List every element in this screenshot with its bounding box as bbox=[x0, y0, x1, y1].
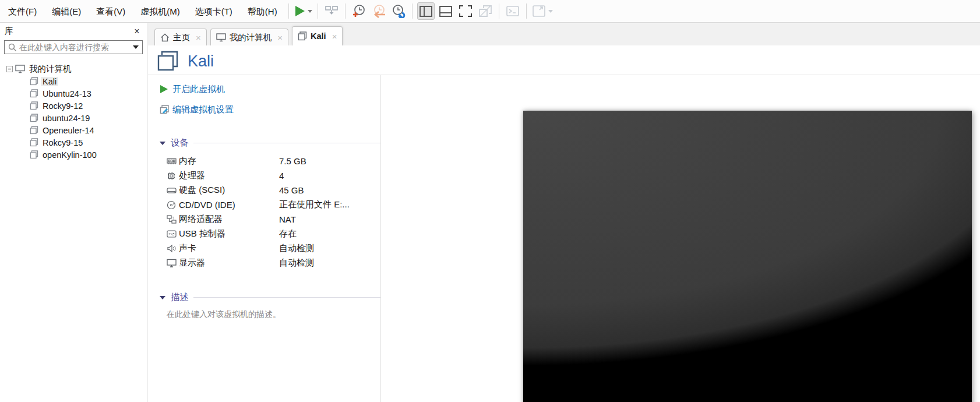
vm-title: Kali bbox=[188, 52, 214, 70]
device-value: 7.5 GB bbox=[279, 156, 306, 166]
take-snapshot-button[interactable] bbox=[350, 2, 368, 20]
tree-node-vm[interactable]: Rokcy9-15 bbox=[0, 136, 147, 149]
device-label: CD/DVD (IDE) bbox=[179, 200, 279, 210]
tree-node-vm[interactable]: ubuntu24-19 bbox=[0, 112, 147, 124]
tree-node-vm[interactable]: Ubuntu24-13 bbox=[0, 87, 147, 100]
device-label: 声卡 bbox=[179, 243, 279, 254]
description-section-title[interactable]: 描述 bbox=[171, 291, 189, 304]
device-row-sound-card[interactable]: 声卡 自动检测 bbox=[160, 241, 381, 256]
tab-close-icon[interactable]: × bbox=[196, 33, 201, 43]
device-row-hard-disk[interactable]: 硬盘 (SCSI) 45 GB bbox=[160, 183, 381, 198]
library-close-icon[interactable]: × bbox=[132, 26, 142, 37]
collapse-caret-icon[interactable] bbox=[160, 142, 165, 145]
toolbar-separator bbox=[499, 3, 499, 19]
snapshot-manager-button[interactable] bbox=[390, 2, 407, 20]
tree-node-label[interactable]: openKylin-100 bbox=[41, 150, 98, 160]
power-on-vm-label[interactable]: 开启此虚拟机 bbox=[172, 84, 225, 95]
edit-vm-settings-label[interactable]: 编辑虚拟机设置 bbox=[172, 104, 234, 115]
power-dropdown-caret-icon[interactable] bbox=[308, 10, 312, 13]
menu-tabs[interactable]: 选项卡(T) bbox=[188, 0, 240, 23]
device-row-cd-dvd[interactable]: CD/DVD (IDE) 正在使用文件 E:... bbox=[160, 198, 381, 212]
device-value: 自动检测 bbox=[279, 258, 314, 269]
search-dropdown-caret-icon[interactable] bbox=[133, 45, 139, 49]
device-label: 显示器 bbox=[179, 258, 279, 269]
menu-help[interactable]: 帮助(H) bbox=[240, 0, 285, 23]
fit-guest-button bbox=[531, 2, 554, 20]
library-search-input[interactable] bbox=[19, 43, 133, 52]
tree-node-vm[interactable]: Openeuler-14 bbox=[0, 124, 147, 136]
menu-file[interactable]: 文件(F) bbox=[0, 0, 44, 23]
tab-label: 主页 bbox=[173, 32, 190, 43]
edit-vm-settings-link[interactable]: 编辑虚拟机设置 bbox=[160, 103, 381, 116]
toolbar-separator bbox=[412, 3, 413, 19]
main-area: 主页 × 我的计算机 × Kali × bbox=[148, 23, 980, 402]
send-ctrl-alt-del-icon bbox=[325, 5, 339, 17]
menu-bar: 文件(F) 编辑(E) 查看(V) 虚拟机(M) 选项卡(T) 帮助(H) bbox=[0, 0, 980, 23]
tree-node-label[interactable]: ubuntu24-19 bbox=[41, 114, 91, 123]
snapshot-manager-icon bbox=[391, 4, 406, 18]
vm-icon bbox=[30, 89, 38, 98]
collapse-caret-icon[interactable] bbox=[160, 296, 165, 299]
description-placeholder[interactable]: 在此处键入对该虚拟机的描述。 bbox=[160, 309, 381, 320]
revert-snapshot-icon bbox=[371, 4, 386, 18]
toolbar-separator bbox=[318, 3, 318, 19]
device-row-display[interactable]: 显示器 自动检测 bbox=[160, 256, 381, 270]
device-value: 4 bbox=[279, 171, 284, 181]
console-button bbox=[504, 2, 521, 20]
library-tree: 我的计算机 Kali Ubuntu24-13 bbox=[0, 58, 147, 161]
tree-node-vm[interactable]: Kali bbox=[0, 75, 147, 87]
tree-node-label[interactable]: Openeuler-14 bbox=[41, 126, 96, 135]
tab-close-icon[interactable]: × bbox=[277, 33, 283, 43]
device-row-processors[interactable]: 处理器 4 bbox=[160, 168, 381, 183]
toolbar-separator bbox=[526, 3, 527, 19]
tree-collapse-icon[interactable] bbox=[6, 66, 13, 72]
play-icon bbox=[160, 84, 172, 94]
tree-node-my-computer[interactable]: 我的计算机 bbox=[0, 63, 147, 75]
vm-icon bbox=[30, 126, 38, 135]
toolbar-separator bbox=[345, 3, 346, 19]
device-label: 硬盘 (SCSI) bbox=[179, 185, 279, 196]
devices-section-title[interactable]: 设备 bbox=[171, 137, 189, 149]
library-panel-icon bbox=[419, 5, 433, 17]
power-on-vm-link[interactable]: 开启此虚拟机 bbox=[160, 83, 381, 96]
device-value: 存在 bbox=[279, 228, 297, 239]
computer-icon bbox=[15, 65, 25, 73]
home-icon bbox=[160, 33, 170, 42]
memory-icon bbox=[167, 157, 179, 165]
tab-close-icon[interactable]: × bbox=[332, 31, 337, 41]
tree-node-label[interactable]: Rokcy9-15 bbox=[41, 138, 84, 147]
menu-view[interactable]: 查看(V) bbox=[89, 0, 133, 23]
tab-home[interactable]: 主页 × bbox=[154, 29, 207, 45]
vm-screen-thumbnail[interactable] bbox=[523, 111, 972, 402]
tab-kali[interactable]: Kali × bbox=[292, 26, 343, 45]
vm-icon bbox=[30, 138, 38, 147]
tree-node-label[interactable]: 我的计算机 bbox=[27, 64, 73, 75]
processor-icon bbox=[167, 171, 179, 181]
menu-vm[interactable]: 虚拟机(M) bbox=[133, 0, 188, 23]
device-row-usb-controller[interactable]: USB 控制器 存在 bbox=[160, 227, 381, 241]
tree-node-label[interactable]: Kali bbox=[41, 77, 58, 86]
fit-guest-icon bbox=[532, 5, 546, 17]
library-search-box[interactable] bbox=[4, 40, 143, 54]
tab-my-computer[interactable]: 我的计算机 × bbox=[210, 29, 288, 45]
device-row-network-adapter[interactable]: 网络适配器 NAT bbox=[160, 212, 381, 227]
device-label: 网络适配器 bbox=[179, 214, 279, 225]
tree-node-vm[interactable]: openKylin-100 bbox=[0, 149, 147, 161]
display-icon bbox=[167, 259, 179, 267]
sound-card-icon bbox=[167, 244, 179, 253]
tree-node-vm[interactable]: Rocky9-12 bbox=[0, 100, 147, 112]
power-on-button[interactable] bbox=[294, 2, 313, 20]
device-row-memory[interactable]: 内存 7.5 GB bbox=[160, 154, 381, 168]
menu-edit[interactable]: 编辑(E) bbox=[44, 0, 89, 23]
revert-snapshot-button[interactable] bbox=[370, 2, 387, 20]
tree-node-label[interactable]: Ubuntu24-13 bbox=[41, 89, 93, 98]
show-library-button[interactable] bbox=[417, 2, 435, 20]
device-label: 处理器 bbox=[179, 170, 279, 181]
show-thumbnail-bar-button[interactable] bbox=[437, 2, 454, 20]
send-ctrl-alt-del-button[interactable] bbox=[323, 2, 340, 20]
edit-settings-icon bbox=[160, 105, 172, 115]
vm-icon bbox=[30, 101, 38, 110]
tree-node-label[interactable]: Rocky9-12 bbox=[41, 101, 84, 111]
vm-icon-large bbox=[156, 50, 179, 72]
fullscreen-button[interactable] bbox=[457, 2, 474, 20]
